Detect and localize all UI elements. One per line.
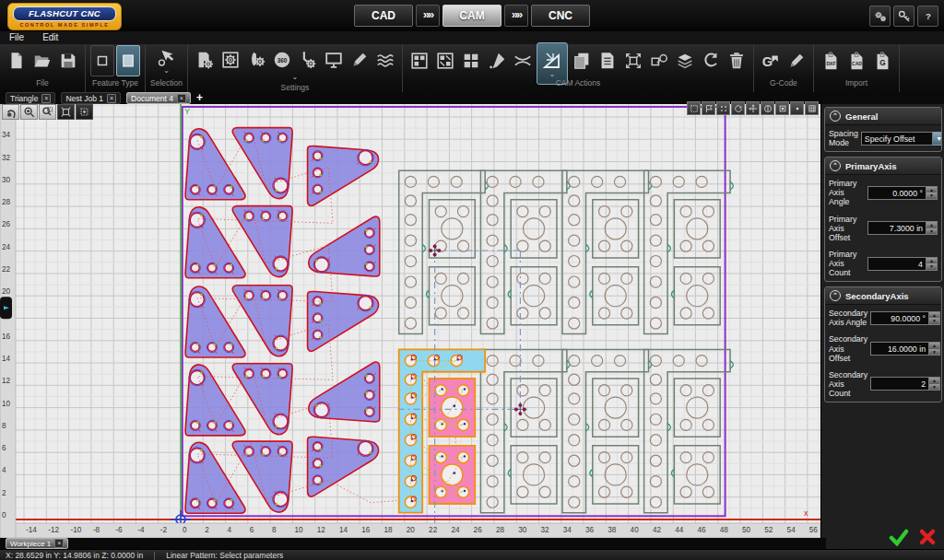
nest-parts-button[interactable] (407, 49, 431, 73)
engrave-button[interactable] (485, 49, 509, 73)
license-key-button[interactable] (893, 6, 914, 27)
material-settings-button[interactable] (193, 48, 217, 72)
primary-axis-count-input[interactable]: 4 (867, 257, 926, 271)
spinner-buttons[interactable]: ▲▼ (926, 186, 938, 200)
menu-edit[interactable]: Edit (42, 31, 58, 44)
snap-grid-view-button[interactable] (716, 101, 730, 115)
spinner-down-icon[interactable]: ▼ (929, 318, 939, 324)
section-header[interactable]: ⌃PrimaryAxis (825, 158, 941, 175)
help-button[interactable]: ? (917, 6, 938, 27)
rotary-settings-button[interactable]: 360 (270, 48, 294, 72)
nest-scene[interactable]: Yx-14-12-10-8-6-4-2024681012141618202224… (0, 104, 820, 538)
open-file-button[interactable] (30, 49, 54, 73)
import-gcode-button[interactable]: G (870, 49, 894, 73)
display-settings-button[interactable] (322, 48, 346, 72)
water-settings-button[interactable] (373, 48, 397, 72)
duplicate-button[interactable] (570, 49, 594, 73)
import-cad-button[interactable]: CAD (844, 49, 868, 73)
mode-tab-cad[interactable]: CAD (354, 5, 413, 27)
new-document-tab-button[interactable]: + (196, 93, 203, 103)
cancel-button[interactable] (918, 528, 937, 546)
drawing-settings-button[interactable] (348, 48, 372, 72)
edit-gcode-button[interactable] (785, 49, 808, 73)
close-icon[interactable]: × (41, 94, 51, 103)
document-tab-document-4[interactable]: Document 4× (126, 92, 191, 104)
save-file-button[interactable] (56, 49, 80, 73)
table-grid-view-button[interactable] (805, 101, 819, 115)
chevron-down-icon[interactable]: ▾ (933, 132, 942, 146)
scale-button[interactable] (621, 49, 645, 73)
reset-button[interactable] (699, 49, 723, 73)
zoom-window-tool[interactable] (39, 104, 56, 120)
ribbon-group-label: G-Code (770, 76, 797, 88)
grid-array-button[interactable] (459, 49, 483, 73)
parameter-row: Spacing ModeSpecify Offset▾ (825, 125, 941, 151)
close-icon[interactable]: × (107, 94, 116, 103)
section-header[interactable]: ⌃General (825, 108, 941, 125)
settings-gears-button[interactable] (869, 6, 891, 27)
torch-settings-button[interactable] (296, 48, 320, 72)
transform-button[interactable] (647, 49, 671, 73)
feature-filled-button[interactable] (116, 45, 140, 76)
marquee-view-button[interactable] (775, 101, 789, 115)
document-tab-nest-job-1[interactable]: Nest Job 1× (61, 92, 121, 104)
order-button[interactable] (673, 49, 697, 73)
accept-button[interactable] (889, 528, 909, 546)
menu-file[interactable]: File (9, 31, 24, 44)
zoom-extents-tool[interactable] (57, 104, 75, 120)
spinner-down-icon[interactable]: ▼ (929, 349, 939, 356)
delete-button[interactable] (725, 49, 749, 73)
secondary-axis-count-input[interactable]: 2 (870, 377, 929, 391)
nest-sheet-button[interactable] (433, 49, 457, 73)
origin-point-view-button[interactable] (790, 101, 804, 115)
cutting-settings-button[interactable] (244, 48, 268, 72)
spinner-down-icon[interactable]: ▼ (926, 228, 937, 235)
document-tab-triangle[interactable]: Triangle× (6, 92, 55, 104)
banner-view-button[interactable] (702, 101, 715, 115)
spinner-down-icon[interactable]: ▼ (929, 384, 939, 391)
generate-gcode-button[interactable]: G (759, 49, 783, 73)
table-grid-icon (808, 104, 817, 113)
collapse-chevron-icon[interactable]: ⌃ (830, 290, 841, 301)
compass-view-button[interactable] (761, 101, 774, 115)
collapse-chevron-icon[interactable]: ⌃ (830, 111, 841, 122)
selection-box-view-button[interactable] (687, 101, 701, 115)
mode-forward-chevron[interactable]: »» (504, 5, 528, 27)
secondary-axis-angle-input[interactable]: 90.0000 ° (870, 311, 929, 325)
spacing-mode-dropdown[interactable]: Specify Offset (861, 132, 933, 146)
spinner-down-icon[interactable]: ▼ (926, 263, 937, 270)
import-dxf-button[interactable]: DXF (819, 49, 843, 73)
collapse-chevron-icon[interactable]: ⌃ (830, 160, 841, 171)
mode-tab-cam[interactable]: CAM (442, 5, 502, 27)
new-document-button[interactable] (5, 49, 29, 73)
zoom-in-tool[interactable] (20, 104, 38, 120)
selection-tool-button[interactable]: ⌄ (154, 45, 178, 76)
section-header[interactable]: ⌃SecondaryAxis (825, 287, 941, 305)
spinner-buttons[interactable]: ▲▼ (929, 342, 940, 356)
report-button[interactable] (596, 49, 620, 73)
machine-settings-button[interactable] (218, 48, 242, 72)
cam-canvas[interactable]: Yx-14-12-10-8-6-4-2024681012141618202224… (0, 104, 820, 538)
primary-axis-offset-input[interactable]: 7.3000 in (867, 221, 926, 235)
close-icon[interactable]: × (177, 94, 186, 103)
spinner-down-icon[interactable]: ▼ (926, 192, 937, 199)
ruler-flyout-tab[interactable] (0, 297, 12, 319)
secondary-axis-offset-input[interactable]: 16.0000 in (870, 342, 929, 356)
zoom-selected-tool[interactable] (76, 104, 93, 120)
feature-outline-button[interactable] (90, 45, 114, 76)
spinner-buttons[interactable]: ▲▼ (929, 377, 940, 391)
mode-forward-chevron[interactable]: »» (416, 5, 440, 27)
chevron-down-icon[interactable]: ⌄ (292, 75, 299, 81)
pan-hand-tool[interactable] (2, 104, 19, 120)
spinner-buttons[interactable]: ▲▼ (926, 257, 938, 271)
pan-view-view-button[interactable] (746, 101, 760, 115)
mode-tab-cnc[interactable]: CNC (531, 5, 590, 27)
spinner-buttons[interactable]: ▲▼ (929, 311, 940, 325)
spinner-buttons[interactable]: ▲▼ (926, 221, 938, 235)
bridge-button[interactable] (511, 49, 535, 73)
workpiece-tab[interactable]: Workpiece 1× (6, 538, 68, 549)
svg-text:2: 2 (2, 489, 6, 497)
primary-axis-angle-input[interactable]: 0.0000 ° (867, 186, 926, 200)
close-icon[interactable]: × (54, 539, 64, 548)
orbit-view-button[interactable] (731, 101, 745, 115)
